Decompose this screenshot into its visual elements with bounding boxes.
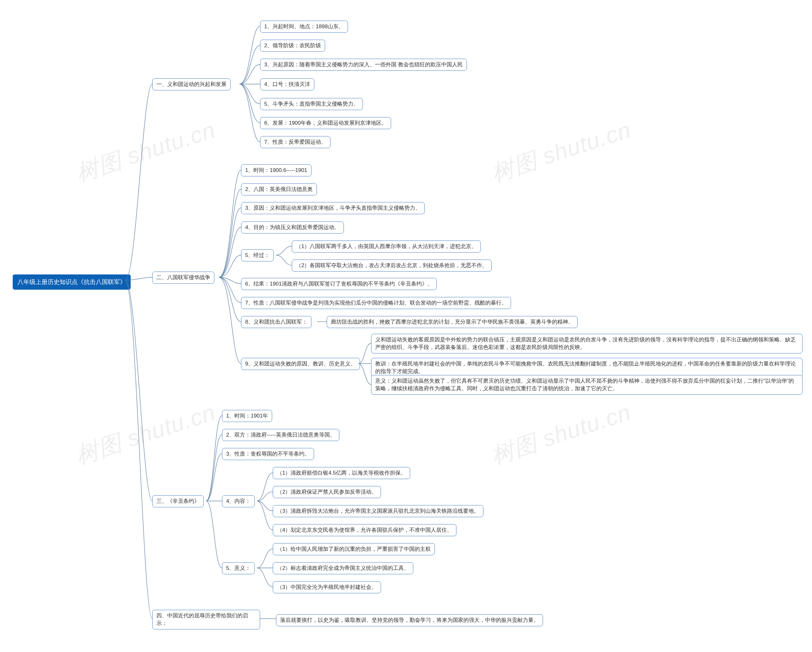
branch-2-node-5[interactable]: 5、经过： — [241, 249, 274, 261]
watermark: 树图 shutu.cn — [72, 115, 219, 189]
branch-3-node-4[interactable]: 4、内容： — [222, 495, 255, 507]
branch-2-node-8[interactable]: 8、义和团抗击八国联军： — [241, 316, 311, 328]
branch-2-9-child-1[interactable]: 义和团运动失败的客观原因是中外烩的势力的联合镇压，主观原因是义和团运动是农民的自… — [371, 334, 803, 353]
branch-1-leaf-2[interactable]: 2、领导阶级：农民阶级 — [260, 40, 325, 52]
branch-4[interactable]: 四、中国近代的屈辱历史带给我们的启示： — [152, 610, 260, 629]
branch-3-4-child-2[interactable]: （2）清政府保证严禁人民参加反帝活动。 — [273, 486, 381, 498]
branch-3-4-child-4[interactable]: （4）划定北京东交民巷为使馆界，允许各国驻兵保护，不准中国人居住。 — [273, 524, 456, 536]
branch-2-5-child-1[interactable]: （1）八国联军两千多人，由英国人西摩尔率领，从大沽到天津，进犯北京。 — [292, 240, 481, 252]
branch-1[interactable]: 一、义和团运动的兴起和发展 — [152, 78, 230, 90]
branch-3[interactable]: 三、《辛丑条约》 — [152, 495, 204, 507]
branch-2-5-child-2[interactable]: （2）各国联军夺取大沽炮台，攻占天津后攻占北京，到处烧杀抢掠，无恶不作。 — [292, 260, 491, 272]
branch-3-4-child-1[interactable]: （1）清政府赔偿白银4.5亿两，以海关等税收作担保。 — [273, 467, 410, 479]
branch-3-5-child-3[interactable]: （3）中国完全沦为半殖民地半封建社会。 — [273, 581, 381, 593]
watermark: 树图 shutu.cn — [72, 397, 219, 471]
branch-3-5-child-1[interactable]: （1）给中国人民增加了新的沉重的负担，严重损害了中国的主权 — [273, 543, 435, 555]
branch-3-leaf-3[interactable]: 3、性质：丧权辱国的不平等条约。 — [222, 448, 314, 460]
branch-3-4-child-3[interactable]: （3）清政府拆毁大沽炮台，允许帝国主义国家派兵驻扎北京到山海关铁路沿线要地。 — [273, 505, 483, 517]
branch-2-9-child-2[interactable]: 教训：在半殖民地半封建社会的中国，单纯的农民斗争不可能挽救中国。农民既无法推翻封… — [371, 358, 803, 377]
branch-2-9-child-3[interactable]: 意义：义和团运动虽然失败了，但它具有不可磨灭的历史功绩。义和团运动显示了中国人民… — [371, 375, 803, 395]
branch-1-leaf-1[interactable]: 1、兴起时间、地点：1898山东。 — [260, 21, 348, 33]
branch-2-node-9[interactable]: 9、义和团运动失败的原因、教训、历史意义。 — [241, 358, 360, 370]
branch-2-leaf-4[interactable]: 4、目的：为镇压义和团反帝爱国运动。 — [241, 221, 344, 234]
branch-2-leaf-1[interactable]: 1、时间：1900.6-----1901 — [241, 164, 311, 176]
branch-1-leaf-5[interactable]: 5、斗争矛头：直指帝国主义侵略势力。 — [260, 98, 363, 110]
branch-3-leaf-1[interactable]: 1、时间：1901年 — [222, 410, 272, 422]
branch-1-leaf-3[interactable]: 3、兴起原因：随着帝国主义侵略势力的深入、一些外国 教会也猖狂的欺压中国人民 — [260, 59, 467, 71]
branch-3-5-child-2[interactable]: （2）标志着清政府完全成为帝国主义统治中国的工具。 — [273, 562, 413, 574]
branch-3-node-5[interactable]: 5、意义： — [222, 562, 255, 574]
root-node[interactable]: 八年级上册历史知识点《抗击八国联军》 — [13, 275, 131, 290]
branch-2-leaf-3[interactable]: 3、原因：义和团运动发展到京津地区，斗争矛头直指帝国主义侵略势力。 — [241, 202, 425, 214]
branch-1-leaf-6[interactable]: 6、发展：1900年春，义和团运动发展到京津地区。 — [260, 117, 391, 129]
branch-4-child-1[interactable]: 落后就要挨打，以史为鉴，吸取教训。坚持党的领导，勤奋学习，将来为国家的强大，中华… — [276, 614, 543, 626]
branch-2-8-child-1[interactable]: 廊坊阻击战的胜利，挫败了西摩尔进犯北京的计划，充分显示了中华民族不畏强暴、英勇斗… — [327, 316, 578, 328]
branch-2-leaf-7[interactable]: 7、性质：八国联军侵华战争是列强为实现他们瓜分中国的侵略计划、联合发动的一场空前… — [241, 297, 511, 309]
watermark: 树图 shutu.cn — [487, 397, 635, 471]
branch-1-leaf-4[interactable]: 4、口号：扶清灭洋 — [260, 78, 314, 90]
watermark: 树图 shutu.cn — [487, 115, 635, 189]
branch-2-leaf-6[interactable]: 6、结果：1901清政府与八国联军签订了丧权辱国的不平等条约《辛丑条约》。 — [241, 278, 437, 290]
branch-1-leaf-7[interactable]: 7、性质：反帝爱国运动。 — [260, 136, 331, 148]
branch-2-leaf-2[interactable]: 2、八国：英美俄日法德意奥 — [241, 183, 317, 195]
branch-3-leaf-2[interactable]: 2、双方：清政府-----英美俄日法德意奥等国。 — [222, 429, 339, 441]
branch-2[interactable]: 二、八国联军侵华战争 — [152, 272, 214, 284]
